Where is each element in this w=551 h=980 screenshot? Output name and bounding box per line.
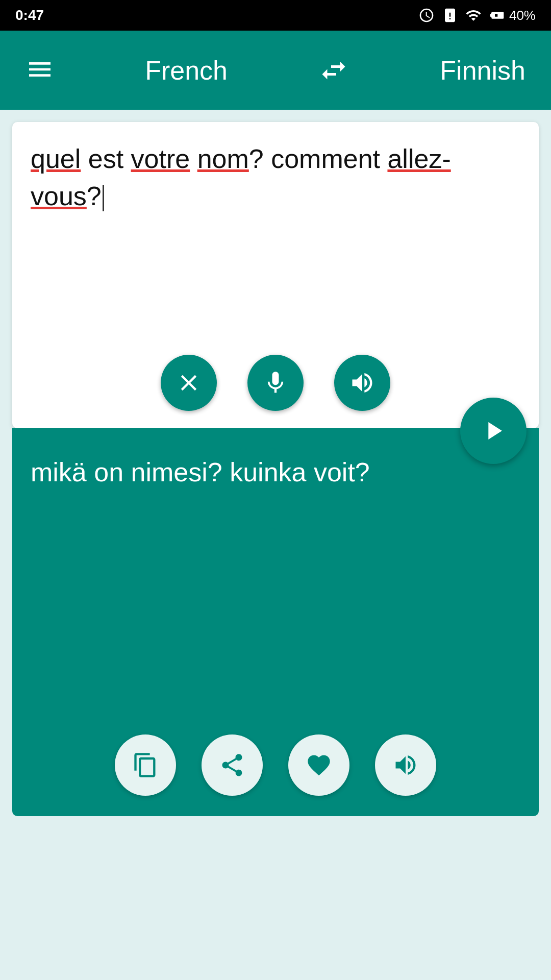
word-nom: nom [197, 144, 249, 174]
translated-text: mikä on nimesi? kuinka voit? [31, 454, 520, 714]
speak-translation-button[interactable] [375, 734, 436, 796]
copy-icon [132, 752, 159, 778]
sim-icon [442, 7, 458, 23]
microphone-button[interactable] [247, 355, 304, 411]
microphone-icon [262, 370, 289, 396]
word-votre: votre [131, 144, 190, 174]
status-bar: 0:47 40% [0, 0, 551, 31]
menu-button[interactable] [26, 55, 54, 86]
clear-button[interactable] [161, 355, 217, 411]
battery-icon [489, 7, 505, 23]
share-icon [219, 752, 245, 778]
input-actions [31, 355, 520, 416]
translate-button[interactable] [460, 398, 527, 464]
close-icon [176, 370, 202, 396]
swap-icon [318, 55, 349, 86]
target-language[interactable]: Finnish [440, 55, 525, 86]
swap-languages-button[interactable] [318, 55, 349, 86]
status-icons: 40% [418, 7, 536, 23]
speak-source-button[interactable] [334, 355, 390, 411]
heart-icon [306, 752, 332, 778]
hamburger-icon [26, 55, 54, 84]
alarm-icon [418, 7, 435, 23]
copy-button[interactable] [115, 734, 176, 796]
status-time: 0:47 [15, 7, 44, 23]
source-text[interactable]: quel est votre nom? comment allez-vous? [31, 140, 520, 334]
signal-icon [465, 7, 482, 23]
input-panel: quel est votre nom? comment allez-vous? [12, 122, 539, 428]
text-cursor [103, 185, 104, 211]
send-icon [479, 416, 508, 446]
favorite-button[interactable] [288, 734, 349, 796]
speaker-icon [349, 370, 375, 396]
share-button[interactable] [202, 734, 263, 796]
toolbar: French Finnish [0, 31, 551, 110]
svg-rect-0 [491, 13, 495, 17]
battery-percent: 40% [509, 8, 536, 23]
output-actions [31, 734, 520, 796]
speaker-output-icon [392, 752, 419, 778]
source-language[interactable]: French [145, 55, 228, 86]
output-panel: mikä on nimesi? kuinka voit? [12, 428, 539, 816]
panels-wrapper: quel est votre nom? comment allez-vous? [0, 122, 551, 816]
word-quel: quel [31, 144, 81, 174]
